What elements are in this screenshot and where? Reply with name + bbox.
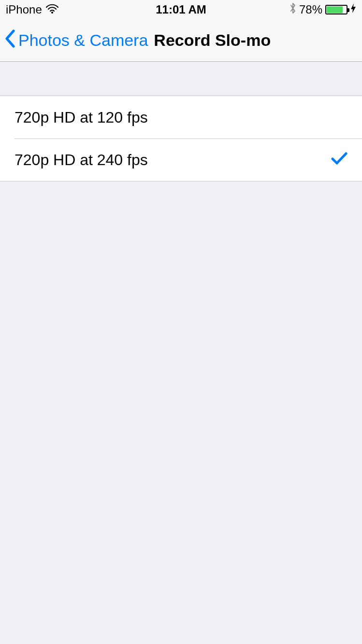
options-list: 720p HD at 120 fps 720p HD at 240 fps (0, 96, 362, 182)
charging-icon (350, 3, 356, 16)
back-label: Photos & Camera (18, 31, 148, 50)
battery-percent: 78% (299, 3, 322, 16)
checkmark-icon (331, 151, 348, 169)
chevron-left-icon (5, 29, 15, 52)
bluetooth-icon (290, 2, 296, 17)
wifi-icon (46, 3, 58, 16)
option-label: 720p HD at 240 fps (14, 151, 148, 169)
status-left: iPhone (6, 3, 58, 16)
option-720p-240fps[interactable]: 720p HD at 240 fps (0, 139, 362, 181)
carrier-label: iPhone (6, 3, 42, 16)
back-button[interactable]: Photos & Camera (5, 29, 148, 52)
battery-icon (325, 5, 348, 14)
status-bar: iPhone 11:01 AM 78% (0, 0, 362, 19)
option-720p-120fps[interactable]: 720p HD at 120 fps (0, 96, 362, 139)
option-label: 720p HD at 120 fps (14, 109, 148, 126)
page-title: Record Slo-mo (154, 31, 271, 50)
status-right: 78% (290, 2, 356, 17)
status-time: 11:01 AM (156, 3, 206, 16)
section-spacer (0, 62, 362, 96)
svg-point-0 (51, 12, 53, 14)
nav-bar: Photos & Camera Record Slo-mo (0, 19, 362, 62)
